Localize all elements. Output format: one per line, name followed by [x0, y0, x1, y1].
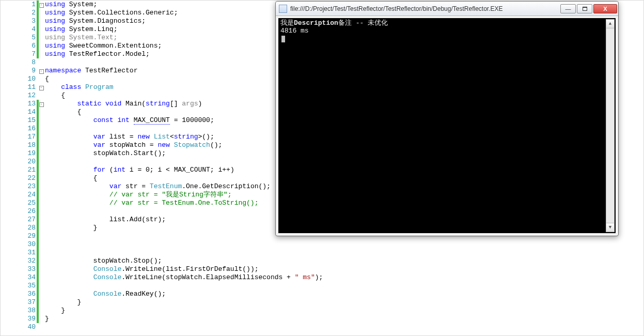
line-number: 23 — [1, 182, 36, 191]
code-line[interactable] — [45, 323, 643, 331]
line-number: 12 — [1, 91, 36, 100]
fold-minus-icon[interactable]: - — [39, 69, 44, 74]
line-number: 13 — [1, 100, 36, 108]
line-number: 29 — [1, 232, 36, 240]
cursor-icon — [281, 36, 285, 42]
fold-cell — [38, 182, 45, 191]
fold-minus-icon[interactable]: - — [39, 102, 44, 107]
line-number: 40 — [1, 323, 36, 331]
fold-cell — [38, 174, 45, 182]
fold-cell — [38, 191, 45, 199]
minimize-button[interactable]: — — [560, 4, 576, 13]
fold-cell — [38, 34, 45, 42]
fold-cell — [38, 166, 45, 174]
line-number: 5 — [1, 34, 36, 42]
line-number: 1 — [1, 1, 36, 9]
fold-cell[interactable]: - — [38, 83, 45, 91]
fold-cell[interactable]: - — [38, 1, 45, 9]
console-line: 4816 ms — [280, 27, 614, 35]
fold-cell — [38, 298, 45, 307]
line-number: 27 — [1, 216, 36, 224]
code-line[interactable] — [45, 240, 643, 249]
line-number: 18 — [1, 141, 36, 149]
fold-cell — [38, 315, 45, 323]
line-number: 34 — [1, 273, 36, 282]
code-line[interactable] — [45, 249, 643, 257]
line-number: 19 — [1, 149, 36, 158]
code-line[interactable]: stopWatch.Stop(); — [45, 257, 643, 265]
line-number: 25 — [1, 199, 36, 207]
scroll-down-button[interactable]: ▼ — [606, 223, 614, 232]
line-number: 24 — [1, 191, 36, 199]
fold-minus-icon[interactable]: - — [39, 3, 44, 8]
console-output[interactable]: 我是Description备注 -- 未优化 4816 ms — [278, 18, 616, 233]
line-number: 9 — [1, 67, 36, 75]
fold-cell — [38, 75, 45, 83]
fold-cell — [38, 108, 45, 116]
code-line[interactable]: Console.WriteLine(list.FirstOrDefault())… — [45, 265, 643, 273]
line-number: 26 — [1, 207, 36, 216]
scroll-up-button[interactable]: ▲ — [606, 20, 614, 28]
fold-cell — [38, 125, 45, 133]
fold-cell — [38, 240, 45, 249]
fold-cell — [38, 25, 45, 34]
line-number: 2 — [1, 9, 36, 17]
fold-cell — [38, 50, 45, 58]
line-number: 36 — [1, 290, 36, 298]
fold-cell — [38, 282, 45, 290]
line-number: 33 — [1, 265, 36, 273]
fold-cell — [38, 257, 45, 265]
fold-cell — [38, 91, 45, 100]
window-title: file:///D:/Project/Test/TestReflector/Te… — [290, 5, 560, 12]
fold-cell — [38, 116, 45, 125]
window-buttons: — X — [560, 4, 617, 13]
fold-cell — [38, 323, 45, 331]
line-number: 16 — [1, 125, 36, 133]
line-number: 8 — [1, 58, 36, 67]
code-line[interactable]: } — [45, 307, 643, 315]
fold-cell[interactable]: - — [38, 100, 45, 108]
line-number: 7 — [1, 50, 36, 58]
fold-cell — [38, 141, 45, 149]
fold-cell — [38, 307, 45, 315]
fold-cell — [38, 149, 45, 158]
scrollbar[interactable]: ▲ ▼ — [606, 19, 615, 232]
fold-cell — [38, 9, 45, 17]
fold-cell — [38, 17, 45, 25]
code-line[interactable] — [45, 282, 643, 290]
code-line[interactable]: Console.WriteLine(stopWatch.ElapsedMilli… — [45, 273, 643, 282]
line-number: 21 — [1, 166, 36, 174]
maximize-button[interactable] — [577, 4, 592, 13]
line-number: 17 — [1, 133, 36, 141]
fold-cell — [38, 224, 45, 232]
line-number: 31 — [1, 249, 36, 257]
app-icon — [279, 5, 287, 13]
fold-cell[interactable]: - — [38, 67, 45, 75]
close-button[interactable]: X — [593, 4, 617, 13]
fold-cell — [38, 249, 45, 257]
fold-cell — [38, 232, 45, 240]
line-number: 37 — [1, 298, 36, 307]
code-line[interactable]: } — [45, 298, 643, 307]
code-line[interactable]: } — [45, 315, 643, 323]
fold-cell — [38, 158, 45, 166]
fold-minus-icon[interactable]: - — [39, 86, 44, 90]
code-line[interactable]: Console.ReadKey(); — [45, 290, 643, 298]
line-number: 32 — [1, 257, 36, 265]
line-number: 10 — [1, 75, 36, 83]
fold-cell — [38, 58, 45, 67]
line-number: 28 — [1, 224, 36, 232]
fold-cell — [38, 273, 45, 282]
line-number: 15 — [1, 116, 36, 125]
line-number: 38 — [1, 307, 36, 315]
line-number: 22 — [1, 174, 36, 182]
line-number: 20 — [1, 158, 36, 166]
line-number: 4 — [1, 25, 36, 34]
line-number: 35 — [1, 282, 36, 290]
fold-column[interactable]: ---- — [38, 1, 45, 335]
fold-cell — [38, 265, 45, 273]
console-line: 我是Description备注 -- 未优化 — [280, 19, 614, 27]
line-number: 6 — [1, 42, 36, 50]
fold-cell — [38, 42, 45, 50]
titlebar[interactable]: file:///D:/Project/Test/TestReflector/Te… — [276, 2, 618, 16]
